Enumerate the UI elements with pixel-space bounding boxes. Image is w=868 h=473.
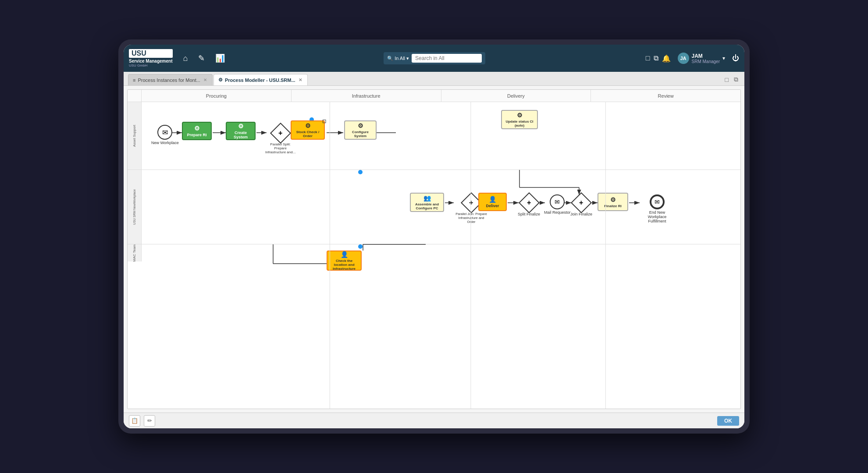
pencil-icon: ✏ (147, 417, 152, 424)
user-info: JAM SRM Manager (692, 53, 720, 64)
tab-2-icon: ⚙ (218, 77, 223, 83)
clipboard-icon: 📋 (131, 417, 138, 424)
edit-button[interactable]: ✎ (195, 51, 208, 66)
restore-button[interactable]: □ (723, 75, 730, 84)
stock-check-node[interactable]: ☐ ⚙ Stock Check /Order (291, 120, 325, 140)
nav-logo: USU Service Management USU GmbH (129, 49, 173, 67)
bottom-toolbar: 📋 ✏ OK (124, 413, 744, 428)
prepare-ri-icon: ⚙ (194, 125, 200, 132)
chart-icon: 📊 (215, 53, 225, 63)
search-input[interactable] (412, 54, 482, 63)
svg-point-8 (358, 170, 363, 174)
update-status-icon: ⚙ (517, 112, 523, 119)
svg-point-20 (358, 244, 363, 249)
deliver-icon: 👤 (489, 196, 496, 203)
deliver-node[interactable]: 👤 Deliver (478, 193, 507, 211)
start-event-label: New Workplace (151, 141, 179, 145)
phase-delivery: Delivery (441, 90, 591, 102)
deliver-label: Deliver (486, 204, 499, 208)
configure-system-node[interactable]: ⚙ ConfigureSystem (344, 120, 377, 140)
home-icon: ⌂ (183, 54, 188, 63)
tab-process-instances[interactable]: ≡ Process Instances for Mont... ✕ (128, 74, 213, 85)
finalize-ri-node[interactable]: ⚙ Finalize RI (598, 193, 628, 211)
pencil-button[interactable]: ✏ (144, 415, 155, 427)
create-system-icon: ⚙ (238, 123, 244, 130)
assemble-pc-node[interactable]: 👥 Assemble andConfigure PC (410, 193, 444, 212)
prepare-ri-node[interactable]: ⚙ Prepare RI (182, 122, 212, 140)
home-button[interactable]: ⌂ (180, 51, 192, 66)
tab-1-close-button[interactable]: ✕ (203, 77, 208, 83)
prepare-ri-label: Prepare RI (187, 133, 206, 137)
logo-text: USU (129, 49, 173, 58)
search-scope-dropdown[interactable]: 🔍 In All ▾ (387, 56, 409, 61)
tab-window-controls: □ ⧉ (723, 75, 740, 85)
end-event[interactable]: ✉ End New Workplace Fulfillment (640, 194, 675, 223)
check-location-icon: 👤 (341, 251, 348, 258)
stock-check-icon: ⚙ (305, 122, 311, 129)
nav-right-actions: □ ⧉ 🔔 JA JAM SRM Manager ▾ ⏻ (646, 51, 739, 66)
mail-requestor-event[interactable]: ✉ Mail Requestor (544, 194, 571, 215)
parallel-split-1-label: Parallel Split:PrepareInfrastructure and… (265, 142, 295, 154)
process-canvas[interactable]: Procuring Infrastructure Delivery Review… (127, 89, 741, 409)
create-system-node[interactable]: ⚙ Create System (226, 122, 256, 140)
phase-procuring: Procuring (142, 90, 292, 102)
stock-check-label: Stock Check /Order (296, 130, 319, 138)
device-frame: USU Service Management USU GmbH ⌂ ✎ 📊 🔍 … (118, 39, 750, 434)
create-system-label: Create System (228, 131, 253, 139)
main-content: Procuring Infrastructure Delivery Review… (124, 86, 744, 428)
update-status-label: Update status CI(auto) (505, 120, 533, 127)
tab-2-close-button[interactable]: ✕ (298, 77, 303, 83)
ok-button[interactable]: OK (717, 416, 739, 426)
chart-button[interactable]: 📊 (212, 51, 228, 66)
assemble-label: Assemble andConfigure PC (415, 202, 439, 210)
edit-icon: ✎ (198, 53, 205, 63)
finalize-ri-label: Finalize RI (604, 204, 622, 208)
parallel-join-label: Parallel Join: Prepare Infrastructure an… (454, 212, 489, 224)
user-menu[interactable]: JA JAM SRM Manager ▾ (674, 51, 729, 66)
check-location-node[interactable]: 👤 Check the location and Infrastructure (327, 251, 362, 271)
tab-2-label: Process Modeller - USU.SRM... (225, 78, 295, 83)
user-name: JAM (692, 53, 720, 59)
phase-review: Review (591, 90, 740, 102)
user-role: SRM Manager (692, 59, 720, 64)
search-scope-icon: 🔍 (387, 56, 393, 61)
tabs-list: ≡ Process Instances for Mont... ✕ ⚙ Proc… (128, 74, 308, 85)
bottom-left-tools: 📋 ✏ (129, 415, 155, 427)
check-location-label: Check the location and Infrastructure (329, 259, 359, 271)
mac-connections-svg (142, 244, 740, 261)
finalize-ri-icon: ⚙ (610, 196, 616, 203)
device-screen: USU Service Management USU GmbH ⌂ ✎ 📊 🔍 … (124, 45, 744, 428)
update-status-node[interactable]: ⚙ Update status CI(auto) (501, 110, 538, 129)
tab-1-icon: ≡ (133, 78, 135, 83)
user-chevron-icon: ▾ (722, 55, 725, 61)
phase-infrastructure: Infrastructure (292, 90, 441, 102)
clipboard-button[interactable]: 📋 (129, 415, 140, 427)
assemble-icon: 👥 (423, 194, 431, 201)
swimlane-srm-label: USU SRM NewWorkplace (133, 189, 136, 225)
search-scope-label: In All (395, 56, 405, 61)
maximize-button[interactable]: ⧉ (732, 75, 740, 84)
app-title: Service Management (129, 59, 173, 64)
search-container: 🔍 In All ▾ (384, 52, 485, 64)
split-finalize-node[interactable]: + Split Finalize (518, 195, 540, 216)
join-finalize-node[interactable]: + Join Finalize (570, 195, 592, 216)
swimlane-mac-label: MAC Team (132, 244, 136, 261)
notification-icon[interactable]: 🔔 (662, 54, 671, 63)
configure-system-label: ConfigureSystem (352, 130, 369, 138)
tab-1-label: Process Instances for Mont... (138, 78, 200, 83)
end-event-label: End New Workplace Fulfillment (640, 210, 675, 223)
chevron-down-icon: ▾ (406, 56, 409, 61)
top-nav: USU Service Management USU GmbH ⌂ ✎ 📊 🔍 … (124, 45, 744, 72)
avatar: JA (678, 53, 689, 64)
window-icon-1[interactable]: □ (646, 54, 650, 62)
tab-bar: ≡ Process Instances for Mont... ✕ ⚙ Proc… (124, 72, 744, 86)
logout-icon[interactable]: ⏻ (732, 54, 739, 62)
swimlane-asset-label: Asset Support (132, 125, 136, 147)
configure-system-icon: ⚙ (358, 122, 363, 129)
app-subtitle: USU GmbH (129, 64, 173, 67)
tab-process-modeller[interactable]: ⚙ Process Modeller - USU.SRM... ✕ (213, 74, 308, 85)
start-event[interactable]: ✉ New Workplace (151, 125, 179, 145)
bottom-right-actions: OK (717, 416, 739, 426)
mail-requestor-label: Mail Requestor (544, 210, 571, 215)
window-icon-2[interactable]: ⧉ (654, 54, 658, 62)
